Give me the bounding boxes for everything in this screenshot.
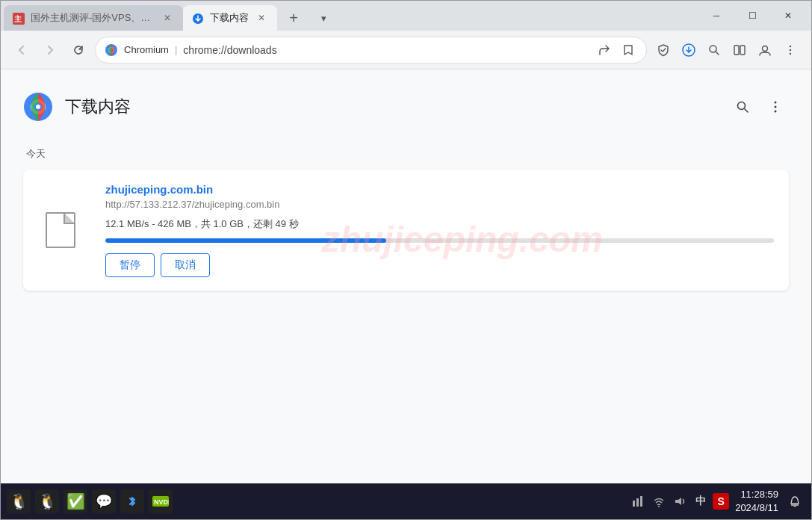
tab-active-downloads[interactable]: 下载内容 ✕	[183, 5, 277, 31]
progress-bar-fill	[105, 238, 386, 243]
close-button[interactable]: ✕	[771, 4, 805, 28]
date-display: 2024/8/11	[735, 501, 778, 515]
address-separator: |	[175, 44, 177, 55]
profile-button[interactable]	[753, 38, 777, 62]
svg-point-20	[775, 102, 777, 104]
forward-button[interactable]	[38, 38, 62, 62]
taskbar-icon-bluetooth[interactable]	[120, 489, 144, 513]
minimize-button[interactable]: ─	[699, 4, 734, 28]
tab-list-button[interactable]: ▾	[310, 5, 337, 31]
chromium-logo	[23, 92, 53, 122]
site-favicon	[105, 43, 118, 57]
window-controls: ─ ☐ ✕	[693, 1, 811, 31]
tab2-title: 下载内容	[210, 11, 249, 25]
taskbar-icon-wechat[interactable]: 💬	[92, 489, 116, 513]
pause-button[interactable]: 暂停	[105, 253, 155, 277]
taskbar-icon-penguin1[interactable]: 🐧	[7, 489, 31, 513]
download-item: zhujiceping.com.bin http://57.133.212.37…	[23, 170, 789, 291]
download-details: zhujiceping.com.bin http://57.133.212.37…	[98, 170, 789, 291]
tab-inactive-1[interactable]: 主 国外主机测评-国外VPS、国外... ✕	[4, 5, 183, 31]
bookmark-button[interactable]	[619, 41, 637, 59]
taskbar-right: 中 S 11:28:59 2024/8/11	[629, 488, 805, 515]
back-button[interactable]	[10, 38, 34, 62]
toolbar-icons	[651, 38, 802, 62]
page-header-left: 下载内容	[23, 92, 131, 122]
menu-button[interactable]	[778, 38, 802, 62]
taskbar-icon-check[interactable]: ✅	[63, 489, 87, 513]
progress-bar-container	[105, 238, 774, 243]
taskbar-icons: 🐧 🐧 ✅ 💬 N	[7, 489, 626, 513]
download-filename: zhujiceping.com.bin	[105, 183, 774, 196]
system-tray: 中 S	[629, 492, 729, 510]
downloads-button[interactable]	[677, 38, 701, 62]
tabs-area: 主 国外主机测评-国外VPS、国外... ✕ 下载内容 ✕ +	[1, 1, 693, 31]
download-status: 12.1 MB/s - 426 MB，共 1.0 GB，还剩 49 秒	[105, 217, 774, 231]
extension-button[interactable]	[651, 38, 675, 62]
svg-point-13	[790, 52, 791, 54]
taskbar: 🐧 🐧 ✅ 💬 N	[1, 483, 811, 519]
download-url: http://57.133.212.37/zhujiceping.com.bin	[105, 199, 774, 210]
svg-text:主: 主	[14, 15, 22, 23]
tray-lang-indicator[interactable]: 中	[692, 492, 710, 510]
tab2-favicon	[192, 12, 204, 24]
new-tab-button[interactable]: +	[280, 5, 307, 31]
svg-point-11	[790, 45, 791, 46]
tray-network-icon[interactable]	[629, 492, 647, 510]
svg-point-22	[775, 111, 777, 113]
svg-point-21	[775, 106, 777, 108]
tray-volume-icon[interactable]	[671, 492, 689, 510]
svg-point-10	[763, 46, 768, 51]
notification-button[interactable]	[784, 491, 805, 512]
time-display: 11:28:59	[740, 488, 778, 501]
tab1-title: 国外主机测评-国外VPS、国外...	[31, 11, 155, 25]
svg-rect-26	[636, 498, 639, 507]
share-button[interactable]	[595, 41, 613, 59]
tray-wifi-icon[interactable]	[650, 492, 668, 510]
file-type-icon	[46, 212, 75, 248]
maximize-button[interactable]: ☐	[735, 4, 769, 28]
site-name-label: Chromium	[124, 44, 169, 55]
svg-text:NVDIA: NVDIA	[154, 498, 169, 506]
tab1-favicon: 主	[13, 12, 25, 24]
page-search-button[interactable]	[729, 93, 756, 120]
page-header-right	[729, 93, 789, 120]
tab1-close-btn[interactable]: ✕	[161, 11, 174, 25]
page-content: zhujiceping.com 下载内容	[1, 69, 811, 483]
svg-rect-27	[640, 496, 642, 507]
svg-point-18	[36, 105, 40, 109]
svg-point-28	[658, 506, 660, 507]
svg-rect-8	[734, 46, 739, 55]
titlebar: 主 国外主机测评-国外VPS、国外... ✕ 下载内容 ✕ +	[1, 1, 811, 31]
svg-rect-9	[740, 46, 745, 55]
download-actions: 暂停 取消	[105, 253, 774, 277]
tray-sogou-icon[interactable]: S	[713, 493, 729, 510]
svg-point-19	[738, 102, 746, 110]
url-display: chrome://downloads	[183, 44, 589, 56]
split-screen-button[interactable]	[728, 38, 751, 62]
cancel-button[interactable]: 取消	[161, 253, 210, 277]
reload-button[interactable]	[66, 38, 90, 62]
clock-area[interactable]: 11:28:59 2024/8/11	[735, 488, 778, 515]
tab2-close-btn[interactable]: ✕	[255, 11, 268, 25]
taskbar-icon-penguin2[interactable]: 🐧	[35, 489, 59, 513]
svg-point-12	[790, 49, 791, 50]
download-file-icon-area	[23, 170, 98, 291]
svg-rect-25	[633, 501, 635, 507]
page-more-button[interactable]	[762, 93, 789, 120]
address-bar[interactable]: Chromium | chrome://downloads	[95, 37, 647, 64]
browser-window: 主 国外主机测评-国外VPS、国外... ✕ 下载内容 ✕ +	[0, 0, 812, 520]
page-title: 下载内容	[65, 96, 131, 118]
file-fold	[65, 214, 74, 223]
page-header: 下载内容	[23, 84, 789, 129]
taskbar-icon-nvidia[interactable]: NVDIA	[149, 489, 173, 513]
search-button[interactable]	[702, 38, 726, 62]
section-today: 今天	[23, 147, 789, 161]
toolbar: Chromium | chrome://downloads	[1, 31, 811, 69]
